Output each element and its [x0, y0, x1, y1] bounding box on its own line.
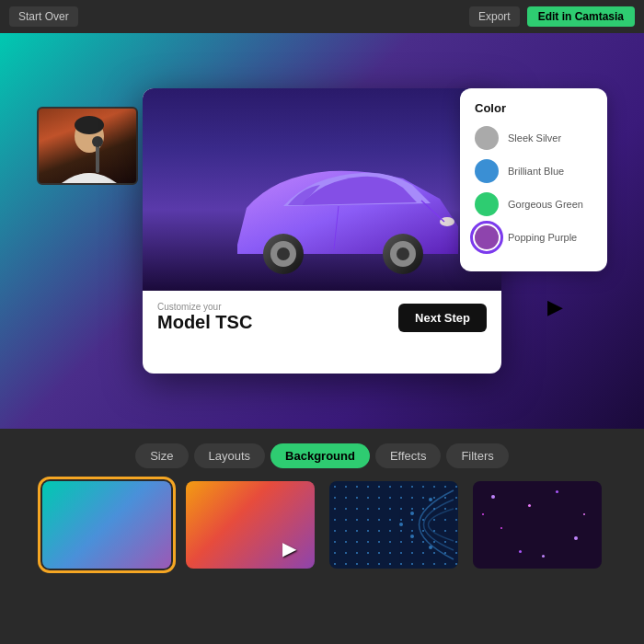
svg-point-2 — [75, 116, 104, 134]
svg-point-14 — [399, 523, 403, 526]
thumbnail-grid: ▶ — [0, 481, 644, 569]
color-swatch-green — [475, 192, 499, 216]
bottom-controls: Size Layouts Background Effects Filters … — [0, 429, 644, 644]
car-svg — [219, 125, 477, 291]
tab-effects[interactable]: Effects — [375, 443, 442, 468]
tab-bar: Size Layouts Background Effects Filters — [0, 429, 644, 481]
svg-point-12 — [429, 498, 432, 501]
color-name-blue: Brilliant Blue — [508, 166, 564, 177]
svg-rect-3 — [96, 145, 99, 173]
svg-point-13 — [410, 512, 414, 515]
thumbnail-gradient-orange[interactable]: ▶ — [186, 481, 315, 569]
person-silhouette — [39, 109, 138, 185]
cursor-icon: ▶ — [547, 295, 563, 319]
thumbnail-dark-stars[interactable] — [473, 481, 602, 569]
topbar-left: Start Over — [9, 6, 78, 27]
svg-point-16 — [429, 546, 432, 549]
color-option-green[interactable]: Gorgeous Green — [475, 192, 592, 216]
tab-filters[interactable]: Filters — [446, 443, 508, 468]
webcam-overlay — [37, 107, 138, 185]
card-text: Customize your Model TSC — [157, 302, 252, 333]
svg-point-11 — [440, 217, 454, 226]
edit-camtasia-button[interactable]: Edit in Camtasia — [527, 6, 635, 27]
color-panel: Color Sleek Silver Brilliant Blue Gorgeo… — [460, 88, 607, 271]
color-option-blue[interactable]: Brilliant Blue — [475, 159, 592, 183]
svg-point-7 — [277, 247, 290, 260]
tab-layouts[interactable]: Layouts — [194, 443, 266, 468]
color-name-purple: Popping Purple — [508, 232, 577, 243]
tab-size[interactable]: Size — [135, 443, 188, 468]
topbar-right: Export Edit in Camtasia — [469, 6, 635, 27]
car-image-area — [143, 88, 501, 291]
customize-label: Customize your — [157, 302, 252, 312]
export-button[interactable]: Export — [469, 6, 520, 27]
thumbnail-dots-blue[interactable] — [329, 481, 458, 569]
webcam-background — [39, 109, 136, 183]
stars-container — [473, 481, 602, 569]
svg-point-10 — [397, 247, 409, 260]
color-name-silver: Sleek Silver — [508, 132, 561, 144]
model-title: Model TSC — [157, 312, 252, 333]
thumbnail-gradient-teal[interactable] — [42, 481, 171, 569]
svg-point-4 — [92, 136, 103, 147]
color-swatch-blue — [475, 159, 499, 183]
arc-svg — [375, 481, 458, 569]
svg-point-15 — [410, 535, 414, 538]
preview-card: Customize your Model TSC Next Step — [143, 88, 501, 374]
color-option-silver[interactable]: Sleek Silver — [475, 126, 592, 150]
tab-background[interactable]: Background — [270, 443, 370, 468]
color-swatch-silver — [475, 126, 499, 150]
color-option-purple[interactable]: Popping Purple — [475, 225, 592, 249]
start-over-button[interactable]: Start Over — [9, 6, 78, 27]
color-panel-title: Color — [475, 101, 592, 115]
thumb-arc — [329, 481, 458, 569]
topbar: Start Over Export Edit in Camtasia — [0, 0, 644, 33]
next-step-button[interactable]: Next Step — [398, 304, 487, 332]
thumb-cursor-icon: ▶ — [282, 537, 296, 559]
color-swatch-purple — [475, 225, 499, 249]
card-bottom: Customize your Model TSC Next Step — [143, 291, 501, 344]
canvas-area: Customize your Model TSC Next Step Color… — [0, 33, 644, 429]
color-name-green: Gorgeous Green — [508, 199, 583, 210]
